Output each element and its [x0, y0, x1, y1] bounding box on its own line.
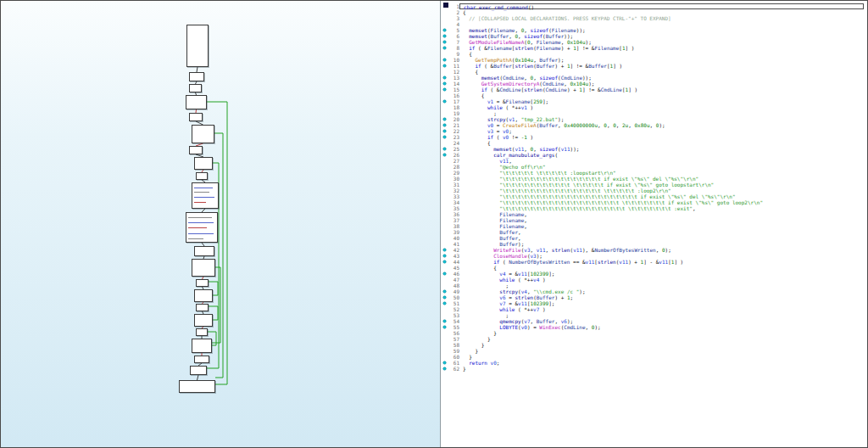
graph-node[interactable]: [196, 279, 209, 287]
address-dot-empty: [441, 235, 448, 241]
code-line[interactable]: 61 return v0;: [441, 360, 867, 366]
code-text: v0 = CreateFileA(Buffer, 0x40000000u, 0,…: [459, 122, 667, 128]
code-line[interactable]: 15 if ( &CmdLine[strlen(CmdLine) + 1] !=…: [441, 87, 867, 92]
graph-node[interactable]: [179, 380, 215, 393]
code-line[interactable]: 39 Buffer,: [441, 229, 867, 235]
code-line[interactable]: 48 ;: [441, 283, 867, 288]
code-line[interactable]: 3 // [COLLAPSED LOCAL DECLARATIONS. PRES…: [441, 15, 867, 21]
graph-node[interactable]: [194, 246, 214, 256]
line-number: 26: [448, 152, 459, 158]
code-line[interactable]: 60 }: [441, 354, 867, 360]
graph-node[interactable]: [196, 172, 208, 180]
pseudocode-panel[interactable]: 1char exec_cmd_command()2{3 // [COLLAPSE…: [441, 1, 867, 447]
graph-view-panel[interactable]: [1, 1, 441, 447]
code-line[interactable]: 4: [441, 21, 867, 27]
code-line[interactable]: 19 ;: [441, 110, 867, 116]
code-line[interactable]: 33 "\t\t\t\t\t\t\t\t\t\t\t\t\t\t\t\t\t\t…: [441, 193, 867, 199]
code-line[interactable]: 35 "\t\t\t\t\t\t\t\t\t\t\t\t\t\t\t\t\t\t…: [441, 205, 867, 211]
code-line[interactable]: 6 memset(Buffer, 0, sizeof(Buffer));: [441, 33, 867, 39]
code-line[interactable]: 17 v1 = &Filename[259];: [441, 98, 867, 104]
graph-node[interactable]: [196, 304, 209, 311]
code-line[interactable]: 8 if ( &Filename[strlen(Filename) + 1] !…: [441, 45, 867, 51]
code-line[interactable]: 37 Filename,: [441, 217, 867, 223]
graph-node[interactable]: [190, 366, 207, 375]
graph-node[interactable]: [189, 72, 204, 81]
code-line[interactable]: 43 CloseHandle(v3);: [441, 253, 867, 259]
code-line[interactable]: 20 strcpy(v1, "tmp_22.bat");: [441, 116, 867, 122]
address-dot-empty: [441, 15, 448, 21]
code-line[interactable]: 49 strcpy(v4, "\\cmd.exe /c ");: [441, 288, 867, 294]
code-text: calr_manubulate_args(: [459, 152, 559, 158]
code-line[interactable]: 27 v11,: [441, 158, 867, 164]
graph-node[interactable]: [192, 182, 219, 209]
code-line[interactable]: 21 v0 = CreateFileA(Buffer, 0x40000000u,…: [441, 122, 867, 128]
code-line[interactable]: 57 }: [441, 336, 867, 342]
line-number: 44: [448, 259, 459, 265]
code-line[interactable]: 56 }: [441, 330, 867, 336]
code-line[interactable]: 55 LOBYTE(v0) = WinExec(CmdLine, 0);: [441, 324, 867, 330]
code-line[interactable]: 13 memset(CmdLine, 0, sizeof(CmdLine));: [441, 75, 867, 81]
code-line[interactable]: 45 {: [441, 265, 867, 271]
address-dot-empty: [441, 176, 448, 182]
code-line[interactable]: 34 "\t\t\t\t\t\t\t\t\t\t\t\t\t\t\t\t\t\t…: [441, 199, 867, 205]
code-line[interactable]: 18 while ( *++v1 ): [441, 104, 867, 110]
code-line[interactable]: 46 v4 = &v11[102399];: [441, 271, 867, 277]
graph-node[interactable]: [186, 212, 218, 243]
address-dot-icon: [441, 360, 448, 366]
code-line[interactable]: 1char exec_cmd_command(): [441, 3, 867, 9]
graph-node[interactable]: [192, 259, 215, 277]
code-line[interactable]: 9 {: [441, 51, 867, 57]
code-line[interactable]: 14 GetSystemDirectoryA(CmdLine, 0x104u);: [441, 81, 867, 87]
code-line[interactable]: 50 v6 = strlen(Buffer) + 1;: [441, 294, 867, 300]
graph-node[interactable]: [189, 146, 203, 154]
code-line[interactable]: 23 if ( v0 != -1 ): [441, 134, 867, 140]
code-line[interactable]: 40 Buffer,: [441, 235, 867, 241]
code-text: }: [459, 366, 468, 372]
code-line[interactable]: 59 }: [441, 348, 867, 354]
code-line[interactable]: 31 "\t\t\t\t\t\t\t\t\t\t\t \t\t\t\t\t if…: [441, 182, 867, 188]
code-line[interactable]: 28 "@echo off\r\n": [441, 164, 867, 170]
code-line[interactable]: 54 qmemcpy(v7, Buffer, v6);: [441, 318, 867, 324]
code-line[interactable]: 30 "\t\t\t\t\t\t\t\t\t\t\t\t\t\t\t\t if …: [441, 176, 867, 182]
code-line[interactable]: 25 memset(v11, 0, sizeof(v11));: [441, 146, 867, 152]
graph-node[interactable]: [192, 125, 214, 143]
code-line[interactable]: 12 {: [441, 69, 867, 75]
code-line[interactable]: 10 GetTempPathA(0x104u, Buffer);: [441, 57, 867, 63]
code-line[interactable]: 26 calr_manubulate_args(: [441, 152, 867, 158]
code-line[interactable]: 29 "\t\t\t\t\t \t\t\t\t\t :loopstart\r\n…: [441, 170, 867, 176]
code-line[interactable]: 42 WriteFile(v3, v11, strlen(v11), &Numb…: [441, 247, 867, 253]
code-line[interactable]: 41 Buffer);: [441, 241, 867, 247]
graph-node[interactable]: [186, 95, 207, 109]
code-line[interactable]: 36 Filename,: [441, 211, 867, 217]
code-line[interactable]: 53 ;: [441, 312, 867, 318]
graph-node[interactable]: [189, 84, 202, 92]
code-line[interactable]: 2{: [441, 9, 867, 15]
graph-node[interactable]: [189, 113, 203, 121]
code-line[interactable]: 47 while ( *++v4 ): [441, 277, 867, 283]
code-line[interactable]: 38 Filename,: [441, 223, 867, 229]
code-line[interactable]: 52 while ( *++v7 ): [441, 306, 867, 312]
code-line[interactable]: 16 {: [441, 92, 867, 98]
code-line[interactable]: 51 v7 = &v11[102399];: [441, 300, 867, 306]
code-line[interactable]: 58 }: [441, 342, 867, 348]
code-line[interactable]: 7 GetModuleFileNameA(0, Filename, 0x104u…: [441, 39, 867, 45]
graph-node[interactable]: [194, 314, 213, 327]
address-dot-empty: [441, 312, 448, 318]
graph-node[interactable]: [196, 328, 208, 336]
code-line[interactable]: 5 memset(Filename, 0, sizeof(Filename));: [441, 27, 867, 33]
code-text: return v0;: [459, 360, 501, 366]
code-text: {: [459, 140, 492, 146]
code-line[interactable]: 11 if ( &Buffer[strlen(Buffer) + 1] != &…: [441, 63, 867, 69]
code-line[interactable]: 24 {: [441, 140, 867, 146]
line-number: 47: [448, 277, 459, 283]
graph-node[interactable]: [194, 157, 213, 170]
graph-node[interactable]: [194, 289, 213, 302]
code-line[interactable]: 62}: [441, 366, 867, 372]
code-line[interactable]: 32 "\t\t\t\t\t\t\t\t\t\t\t\t\t\t\t\t \t\…: [441, 188, 867, 193]
code-line[interactable]: 22 v3 = v0;: [441, 128, 867, 134]
code-text: while ( *++v7 ): [459, 306, 548, 312]
graph-node[interactable]: [186, 25, 209, 67]
graph-node[interactable]: [192, 339, 212, 353]
code-line[interactable]: 44 if ( NumberOfBytesWritten == &v11[str…: [441, 259, 867, 265]
graph-node[interactable]: [194, 356, 209, 363]
